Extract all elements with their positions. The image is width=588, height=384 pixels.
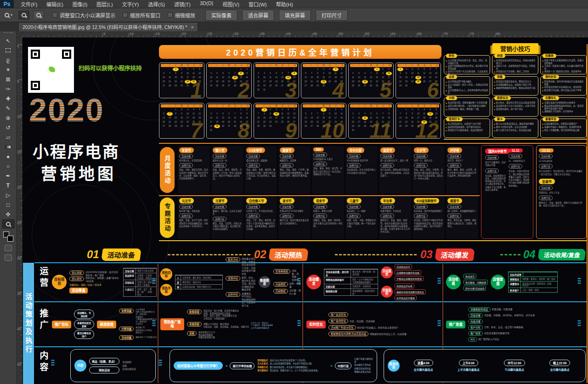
industry-text: 各行业适用户，错过双11的，或12月为年末最后一波大促活动，可重点关注在商品。: [539, 170, 584, 176]
checkbox-icon[interactable]: [123, 12, 128, 17]
type-tool[interactable]: T: [2, 181, 15, 190]
menu-item[interactable]: 编辑(E): [42, 0, 68, 8]
photoshop-logo[interactable]: Ps: [0, 0, 14, 8]
checkbox-icon[interactable]: [52, 12, 57, 17]
national-day-double11-box: 国庆&中秋节 活动主题 双节气氛最浓时，花好月圆过中秋 适用行业 全品类。国庆假…: [481, 145, 533, 239]
tip-card: 签到打卡 »每日签到送积分，培养用户访问习惯»连续签到奖励递增，提升留存和回访»…: [444, 119, 490, 138]
spot-healing-tool[interactable]: ✚: [2, 94, 15, 103]
menu-item[interactable]: 图像(I): [68, 0, 91, 8]
industry-key: 适用行业: [280, 163, 294, 168]
special-activity-card: 元旦节 活动主题 新年新气象，全新启航 适用行业 服饰、美妆、电子产品等，跨年迎…: [178, 197, 210, 239]
tip-card: 限时折扣 »制造紧迫感，短时间内快速拉升店铺流量和销量»折扣商品控制在全店两成左…: [540, 76, 587, 96]
theme-text: 普天童乐，六一嗨购: [347, 210, 376, 213]
document-tab[interactable]: 2020小程序电商营销地图.jpg @ 12.5% (扫码可以获得小程序扶持, …: [18, 22, 198, 31]
option-checkbox[interactable]: 细微缩放: [168, 11, 195, 19]
menu-item[interactable]: 图层(L): [92, 0, 117, 8]
background-color[interactable]: [7, 236, 13, 242]
tip-card: 直播带货 »店铺直播常态化，积累稳定观看用户»直播间专属价＋限量秒杀，促进即时转…: [540, 119, 587, 138]
history-brush-tool[interactable]: ↺: [2, 123, 15, 132]
rectangle-tool[interactable]: □: [2, 200, 15, 209]
menu-item[interactable]: 窗口(W): [244, 0, 271, 8]
canvas[interactable]: 扫码可以获得小程序扶持 2020 小程序电商 营销地图 2020营销日历&全年营…: [23, 38, 588, 384]
theme-text: 白色情人节，不可错过的回礼: [246, 210, 276, 213]
review-row: 流量数据完成度免费流量、付费流量: [468, 307, 535, 312]
option-button[interactable]: 打印尺寸: [316, 10, 348, 21]
color-swatches[interactable]: [3, 232, 13, 242]
close-tab-icon[interactable]: ×: [191, 24, 193, 30]
eyedropper-tool[interactable]: ✑: [2, 84, 15, 94]
tip-line: »店铺直播常态化，积累稳定观看用户: [542, 123, 585, 126]
menu-item[interactable]: 帮助(H): [272, 0, 297, 8]
special-activity-card: 毕业季 活动主题 青春不散场，毕业狂欢 适用行业 数码电子、美妆、服饰、旅游等，…: [379, 197, 411, 239]
industry-key: 适用行业: [179, 214, 193, 218]
bullet-icon: »: [446, 105, 447, 108]
magic-wand-tool[interactable]: ✶: [2, 65, 15, 74]
content-leaf: 紧跟社会热点内容: [354, 371, 373, 373]
menu-item[interactable]: 选择(S): [144, 0, 169, 8]
channel-group: 付费流量 朋友圈广告投放其他公众号软文网红达人: [119, 327, 157, 334]
option-button[interactable]: 填充屏幕: [279, 10, 311, 21]
bullet-icon: »: [446, 108, 447, 111]
month-number: 5: [379, 79, 391, 98]
checkbox-icon[interactable]: [168, 12, 173, 17]
theme-key: 活动主题: [447, 154, 461, 158]
tip-label: 秒杀: [446, 54, 457, 58]
tip-line: »会员等级设置3-5级为最佳: [446, 80, 488, 84]
lasso-tool[interactable]: ϱ: [2, 55, 15, 65]
row-divider: [34, 301, 587, 302]
bullet-icon: »: [542, 110, 543, 113]
path-selection-tool[interactable]: ▷: [2, 190, 15, 200]
rect-marquee-tool[interactable]: [2, 45, 15, 55]
tips-title: 营销小技巧: [492, 43, 538, 54]
eraser-tool[interactable]: ▱: [2, 132, 15, 142]
calendar-month-card: 一二三四五六日123456789101112131415161718192021…: [301, 62, 346, 98]
option-button[interactable]: 适合屏幕: [242, 10, 274, 21]
hand-tool[interactable]: ✜: [2, 209, 15, 219]
promo-goal: 老客转化促活复购: [74, 320, 94, 329]
pen-tool[interactable]: ✒: [2, 171, 15, 181]
wechat-icon: [45, 64, 57, 76]
menu-item[interactable]: 滤镜(T): [170, 0, 195, 8]
vertical-ruler[interactable]: 051015202530354045: [17, 38, 23, 384]
menu-item[interactable]: 3D(D): [196, 0, 217, 8]
option-checkbox[interactable]: 缩放所有窗口: [123, 11, 160, 19]
quick-mask-button[interactable]: [5, 245, 12, 251]
festival-pill: 会员节: [380, 147, 395, 153]
promo-goal: 活动曝光、引流拉新: [74, 310, 94, 319]
channel-item: 社群人员‘私域免费流’引流、运营活动: [136, 311, 157, 316]
clone-stamp-tool[interactable]: ⊕: [2, 113, 15, 123]
zoom-in-button[interactable]: +: [18, 11, 29, 20]
flow-arrows-icon: »»»»»»: [437, 320, 441, 327]
zoom-out-button[interactable]: −: [33, 11, 44, 20]
menu-item[interactable]: 视图(V): [218, 0, 243, 8]
festival-pill: 520: [313, 147, 324, 152]
dodge-tool[interactable]: ○: [2, 161, 15, 171]
move-tool[interactable]: ↖: [2, 36, 15, 45]
promo-group: 新客获取 裂变活动：助力传播、老带新传播活动拼团：利用拼团连接社交裂变秒杀：新品…: [187, 310, 273, 320]
option-checkbox[interactable]: 调整窗口大小以满屏显示: [52, 11, 115, 19]
festival-pill: 白色情人节: [246, 198, 267, 203]
zoom-tool-preset[interactable]: ▾: [3, 12, 15, 18]
blur-tool[interactable]: ●: [2, 152, 15, 161]
menu-item[interactable]: 文件(F): [17, 0, 41, 8]
clone-stamp-icon: ⊕: [6, 115, 10, 121]
theme-text: 遇见女神之美（宠爱她）: [246, 159, 276, 162]
menu-item[interactable]: 文字(Y): [118, 0, 143, 8]
industry-text: 美妆、珠宝、鲜花、生鲜等，为情侣用户推出浪漫专属活动，单身人群也可以悬念营销，送…: [414, 169, 443, 180]
crop-tool[interactable]: ⊠: [2, 74, 15, 84]
bullet-icon: »: [494, 80, 495, 84]
gradient-tool[interactable]: [2, 142, 15, 152]
node-activity-burst: 活动爆发: [306, 275, 321, 289]
industry-key: 适用行业: [313, 214, 327, 218]
month-number: 7: [190, 120, 202, 139]
tip-line: »新客下单券与老客复购券分开设置，优惠力度阶梯化: [542, 59, 585, 65]
toolbar-grip[interactable]: [4, 32, 13, 34]
theme-text: 感人过周年，是谁最想感谢的人: [447, 210, 477, 213]
option-button[interactable]: 实际像素: [205, 10, 237, 21]
horizontal-ruler[interactable]: 5101520253035404550556065707580: [23, 31, 588, 38]
theme-key: 活动主题: [447, 204, 461, 209]
screen-mode-button[interactable]: [5, 254, 12, 261]
tip-card: 预售 »提前锁定销量和现金流，降低库存压力»定金膨胀翻倍玩法，刺激用户提前下单»…: [492, 76, 538, 96]
brush-tool[interactable]: ✎: [2, 103, 15, 113]
zoom-tool[interactable]: [2, 219, 15, 229]
